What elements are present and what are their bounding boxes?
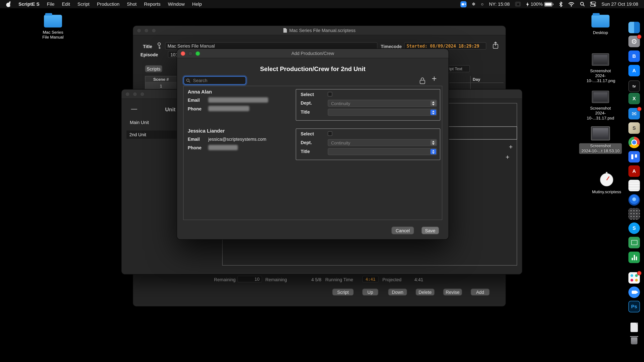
scripts-button[interactable]: Scripts: [145, 65, 162, 72]
lock-icon[interactable]: [419, 77, 426, 86]
spotlight-search-icon[interactable]: [580, 2, 585, 6]
search-field[interactable]: [184, 76, 246, 85]
desktop-icon-screenshot-png[interactable]: Screenshot 2024-10-....31.17.png: [586, 53, 614, 83]
scene-row-1[interactable]: 1: [145, 82, 177, 89]
select-label: Select: [301, 92, 314, 97]
key-icon[interactable]: [157, 42, 162, 51]
menu-production[interactable]: Production: [97, 2, 120, 6]
desktop-icon-screenshot-psd[interactable]: Screenshot 2024-10-...31.17.psd: [586, 91, 614, 121]
desktop-icon-manual-folder[interactable]: Mac Series File Manual: [40, 15, 66, 40]
cancel-button[interactable]: Cancel: [392, 227, 414, 234]
minimize-button[interactable]: [144, 28, 149, 33]
running-time-field[interactable]: 4:41: [362, 276, 379, 282]
select-checkbox[interactable]: [328, 92, 332, 96]
menu-reports[interactable]: Reports: [144, 2, 161, 6]
dock-trash-icon[interactable]: [628, 335, 640, 347]
minimize-button[interactable]: [188, 51, 193, 56]
close-button[interactable]: [181, 51, 185, 56]
script-button[interactable]: Script: [332, 289, 354, 296]
dock-system-settings-icon[interactable]: [628, 36, 640, 47]
up-button[interactable]: Up: [362, 289, 378, 296]
dock-photo-booth-icon[interactable]: [628, 194, 640, 206]
day-column-header[interactable]: Day: [473, 77, 480, 82]
collapse-button[interactable]: —: [131, 105, 137, 112]
save-button[interactable]: Save: [422, 227, 439, 234]
dock-trello-icon[interactable]: [628, 151, 640, 163]
dock-file-icon[interactable]: [628, 322, 640, 333]
snowflake-icon[interactable]: [472, 1, 476, 7]
control-center-icon[interactable]: [590, 2, 596, 6]
dock-numbers-icon[interactable]: [628, 252, 640, 263]
zoom-button[interactable]: [196, 51, 200, 56]
dock-scripte-app-icon[interactable]: S: [628, 122, 640, 134]
dock-excel-icon[interactable]: X: [628, 93, 640, 104]
desktop-icon-desktop-folder[interactable]: Desktop: [586, 15, 614, 35]
dept-dropdown[interactable]: Continuity: [328, 139, 437, 146]
dialog-titlebar[interactable]: Add Production/Crew: [177, 49, 448, 58]
add-contact-button[interactable]: +: [432, 74, 437, 84]
scene-column-header[interactable]: Scene #: [145, 76, 177, 82]
wifi-icon[interactable]: [568, 2, 575, 6]
dock-green-app-icon[interactable]: [628, 237, 640, 248]
menu-script[interactable]: Script: [78, 2, 90, 6]
share-icon[interactable]: [492, 41, 499, 51]
remaining1-field[interactable]: 10: [238, 276, 262, 282]
dock-glyph: S: [632, 125, 636, 131]
dock-bluetooth-icon[interactable]: B: [628, 50, 640, 62]
add-button[interactable]: Add: [471, 289, 490, 296]
select-checkbox[interactable]: [328, 131, 332, 136]
zoom-button[interactable]: [152, 28, 156, 33]
title-dropdown[interactable]: [328, 148, 437, 155]
title-label: Title: [301, 110, 310, 114]
icon-label: Desktop: [586, 30, 614, 35]
screen-recorder-icon[interactable]: [515, 2, 521, 6]
projected-value: 4:41: [414, 277, 423, 282]
dock-zoom-icon[interactable]: [628, 286, 640, 298]
down-button[interactable]: Down: [388, 289, 407, 296]
unit-list-item-2nd-unit[interactable]: 2nd Unit: [129, 132, 146, 137]
title-value: Mac Series File Manual: [168, 43, 215, 48]
email-label: Email: [188, 98, 200, 103]
menu-window[interactable]: Window: [168, 2, 185, 6]
title-dropdown[interactable]: [328, 109, 437, 116]
circle-status-icon[interactable]: [481, 2, 484, 6]
zoom-menubar-icon[interactable]: [460, 1, 466, 7]
close-button[interactable]: [137, 28, 142, 33]
dock-photoshop-icon[interactable]: Ps: [628, 301, 640, 312]
dock-app-store-icon[interactable]: A: [628, 65, 640, 76]
unit-list-item-main-unit[interactable]: Main Unit: [130, 120, 149, 125]
menu-help[interactable]: Help: [192, 2, 202, 6]
zoom-button[interactable]: [140, 92, 144, 96]
dock-notes-icon[interactable]: [628, 180, 640, 191]
minimize-button[interactable]: [133, 92, 137, 96]
menu-shot[interactable]: Shot: [127, 2, 136, 6]
menu-edit[interactable]: Edit: [62, 2, 70, 6]
ny-time[interactable]: NY: 15:08: [489, 2, 510, 6]
menubar-datetime[interactable]: Sun 27 Oct 19:08: [602, 2, 638, 6]
dock-mail-icon[interactable]: [628, 108, 640, 119]
icon-label-line1: Screenshot: [586, 68, 614, 73]
dock-chrome-icon[interactable]: [628, 137, 640, 148]
dock-slack-icon[interactable]: [628, 272, 640, 284]
apple-logo-icon[interactable]: [6, 1, 11, 7]
revise-button[interactable]: Revise: [443, 289, 462, 296]
desktop-icon-screenshot-selected[interactable]: Screenshot 2024-10-...t 18.53.10: [579, 126, 622, 154]
desktop-icon-mutiny-file[interactable]: Mutiny.scriptess: [585, 173, 628, 194]
battery-indicator[interactable]: 100%: [526, 2, 554, 6]
menu-app-name[interactable]: ScriptE S: [18, 2, 40, 6]
dock-glyph: X: [632, 96, 636, 101]
dock-calculator-icon[interactable]: [628, 208, 640, 220]
add-item-button[interactable]: +: [506, 153, 510, 161]
dock-apple-tv-icon[interactable]: tv: [628, 80, 640, 92]
dock-finder-icon[interactable]: [628, 22, 640, 33]
bluetooth-icon[interactable]: [559, 1, 563, 7]
dept-dropdown[interactable]: Continuity: [328, 100, 437, 107]
dock-acrobat-icon[interactable]: A: [628, 165, 640, 177]
close-button[interactable]: [125, 92, 130, 96]
add-row-button[interactable]: +: [509, 143, 513, 151]
delete-button[interactable]: Delete: [416, 289, 434, 296]
main-window-titlebar[interactable]: Mac Series File Manual.scriptess: [133, 26, 506, 35]
dock-skype-icon[interactable]: S: [628, 222, 640, 234]
search-input[interactable]: [192, 78, 243, 83]
menu-file[interactable]: File: [47, 2, 54, 6]
